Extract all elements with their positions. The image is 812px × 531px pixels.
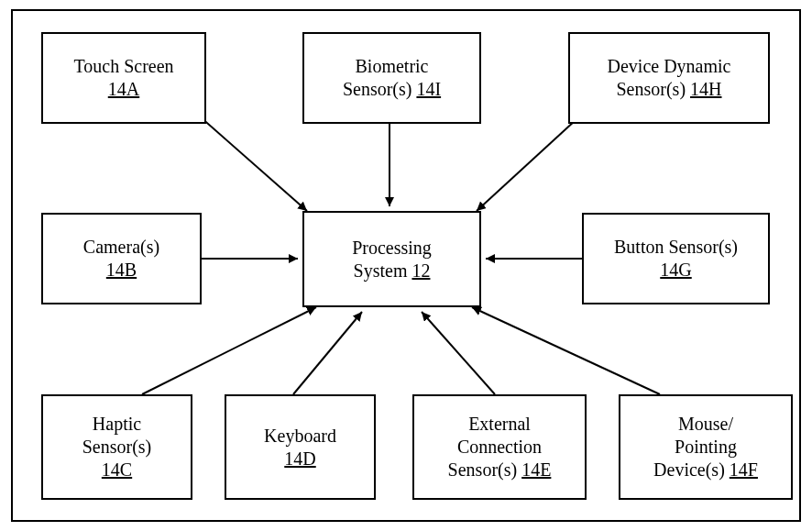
center-ref: 12 (411, 260, 430, 281)
node-device-dynamic-sensors: Device Dynamic Sensor(s) 14H (568, 32, 770, 124)
button-label: Button Sensor(s) (614, 236, 738, 259)
haptic-ref: 14C (102, 459, 132, 480)
node-biometric-sensors: Biometric Sensor(s) 14I (302, 32, 481, 124)
node-keyboard: Keyboard 14D (225, 394, 376, 500)
ext-label-3: Sensor(s) (448, 459, 518, 480)
touch-label: Touch Screen (73, 55, 173, 78)
keyboard-ref: 14D (284, 448, 315, 469)
button-ref: 14G (660, 260, 691, 280)
ddyn-label-1: Device Dynamic (608, 55, 731, 78)
keyboard-label: Keyboard (264, 425, 336, 448)
touch-ref: 14A (108, 79, 139, 99)
ext-label-1: External (468, 413, 531, 436)
mouse-label-3: Device(s) (653, 459, 725, 480)
ext-label-2: Connection (457, 436, 542, 459)
center-label-1: Processing (352, 238, 432, 258)
node-external-connection-sensors: External Connection Sensor(s) 14E (412, 394, 587, 500)
bio-ref: 14I (416, 79, 441, 99)
mouse-label-2: Pointing (675, 436, 737, 459)
mouse-label-1: Mouse/ (678, 413, 733, 436)
haptic-label-2: Sensor(s) (82, 436, 152, 459)
camera-ref: 14B (106, 260, 137, 280)
node-haptic-sensors: Haptic Sensor(s) 14C (41, 394, 192, 500)
center-label-2: System (354, 260, 408, 281)
ddyn-label-2: Sensor(s) (617, 79, 686, 99)
haptic-label-1: Haptic (93, 413, 141, 436)
node-touch-screen: Touch Screen 14A (41, 32, 206, 124)
ext-ref: 14E (521, 459, 551, 480)
ddyn-ref: 14H (690, 79, 721, 99)
camera-label: Camera(s) (83, 236, 159, 259)
node-cameras: Camera(s) 14B (41, 213, 202, 304)
mouse-ref: 14F (730, 459, 758, 480)
node-mouse-pointing-devices: Mouse/ Pointing Device(s) 14F (619, 394, 793, 500)
bio-label-2: Sensor(s) (343, 79, 412, 99)
bio-label-1: Biometric (356, 55, 429, 78)
node-button-sensors: Button Sensor(s) 14G (582, 213, 770, 304)
node-processing-system: Processing System 12 (302, 211, 481, 307)
